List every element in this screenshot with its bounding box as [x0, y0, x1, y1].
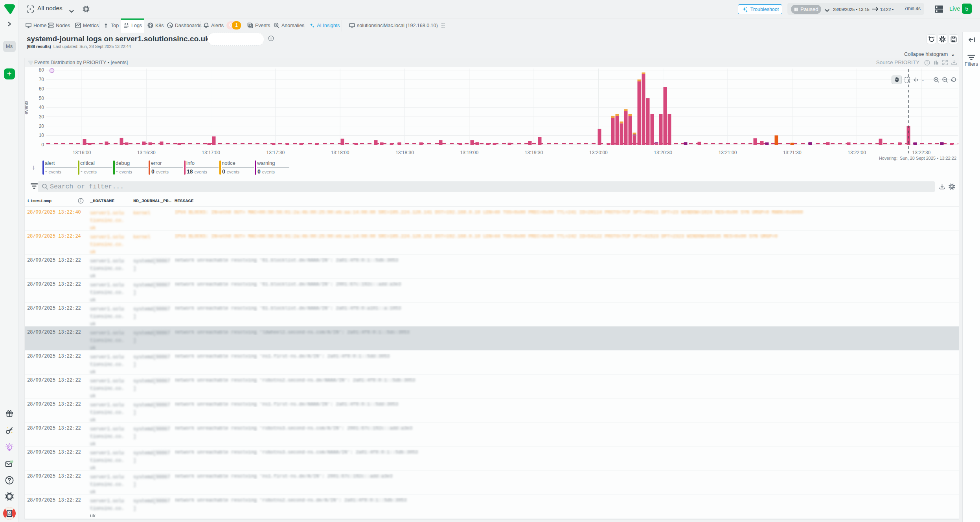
svg-text:80: 80: [39, 67, 44, 73]
svg-text:30: 30: [39, 114, 44, 120]
svg-text:13:17:00: 13:17:00: [202, 150, 220, 155]
svg-text:10: 10: [39, 133, 44, 138]
svg-text:13:16:00: 13:16:00: [73, 150, 91, 155]
svg-text:13:22:30: 13:22:30: [912, 150, 931, 155]
svg-text:13:16:30: 13:16:30: [137, 150, 156, 155]
svg-text:60: 60: [39, 86, 44, 92]
svg-text:13:19:30: 13:19:30: [525, 150, 543, 155]
svg-text:70: 70: [39, 77, 44, 82]
svg-text:13:17:30: 13:17:30: [267, 150, 285, 155]
svg-text:13:19:00: 13:19:00: [460, 150, 478, 155]
svg-text:13:20:30: 13:20:30: [654, 150, 672, 155]
svg-text:events: events: [25, 101, 29, 114]
svg-text:40: 40: [39, 105, 44, 110]
svg-text:13:18:30: 13:18:30: [395, 150, 414, 155]
svg-text:13:21:00: 13:21:00: [719, 150, 737, 155]
svg-text:0: 0: [41, 142, 44, 148]
svg-text:13:20:00: 13:20:00: [589, 150, 608, 155]
svg-text:13:22:00: 13:22:00: [848, 150, 866, 155]
svg-text:20: 20: [39, 124, 44, 129]
svg-text:50: 50: [39, 96, 44, 101]
svg-text:13:18:00: 13:18:00: [331, 150, 349, 155]
svg-text:13:21:30: 13:21:30: [783, 150, 802, 155]
